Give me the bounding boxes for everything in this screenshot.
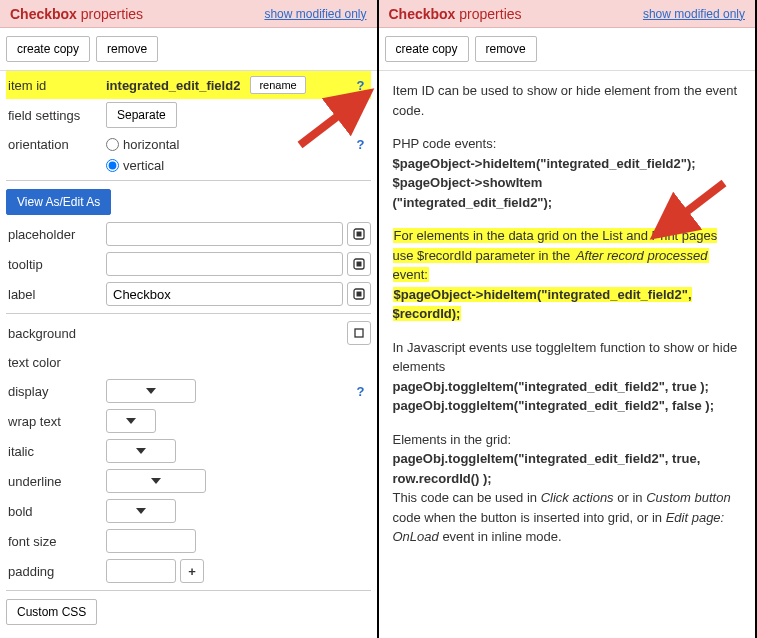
button-row: create copy remove bbox=[0, 28, 377, 71]
orientation-label: orientation bbox=[6, 137, 106, 152]
remove-button[interactable]: remove bbox=[96, 36, 158, 62]
svg-rect-1 bbox=[356, 232, 361, 237]
label-row: label bbox=[6, 279, 371, 309]
placeholder-label: placeholder bbox=[6, 227, 106, 242]
underline-dropdown[interactable] bbox=[106, 469, 206, 493]
padding-row: padding + bbox=[6, 556, 371, 586]
bold-label: bold bbox=[6, 504, 106, 519]
font-size-row: font size bbox=[6, 526, 371, 556]
label-field-label: label bbox=[6, 287, 106, 302]
placeholder-input[interactable] bbox=[106, 222, 343, 246]
doc-body: Item ID can be used to show or hide elem… bbox=[379, 71, 756, 571]
divider bbox=[6, 590, 371, 591]
field-settings-label: field settings bbox=[6, 108, 106, 123]
create-copy-button[interactable]: create copy bbox=[6, 36, 90, 62]
remove-button[interactable]: remove bbox=[475, 36, 537, 62]
doc-js: In Javascript events use toggleItem func… bbox=[393, 338, 742, 416]
multilang-icon[interactable] bbox=[347, 252, 371, 276]
display-row: display ? bbox=[6, 376, 371, 406]
form-body: item id integrated_edit_field2 rename ? … bbox=[0, 71, 377, 638]
view-as-edit-as-button[interactable]: View As/Edit As bbox=[6, 189, 111, 215]
help-icon[interactable]: ? bbox=[351, 384, 371, 399]
italic-dropdown[interactable] bbox=[106, 439, 176, 463]
display-dropdown[interactable] bbox=[106, 379, 196, 403]
text-color-label: text color bbox=[6, 355, 106, 370]
panel-title: Checkbox properties bbox=[10, 6, 143, 22]
wrap-text-label: wrap text bbox=[6, 414, 106, 429]
show-modified-link[interactable]: show modified only bbox=[264, 7, 366, 21]
panel-header: Checkbox properties show modified only bbox=[379, 0, 756, 28]
show-modified-link[interactable]: show modified only bbox=[643, 7, 745, 21]
multilang-icon[interactable] bbox=[347, 282, 371, 306]
doc-php: PHP code events: $pageObject->hideItem("… bbox=[393, 134, 742, 212]
underline-label: underline bbox=[6, 474, 106, 489]
padding-input[interactable] bbox=[106, 559, 176, 583]
bold-row: bold bbox=[6, 496, 371, 526]
radio-horizontal-label: horizontal bbox=[123, 137, 179, 152]
radio-vertical[interactable] bbox=[106, 159, 119, 172]
font-size-label: font size bbox=[6, 534, 106, 549]
create-copy-button[interactable]: create copy bbox=[385, 36, 469, 62]
right-panel: Checkbox properties show modified only c… bbox=[379, 0, 758, 638]
italic-label: italic bbox=[6, 444, 106, 459]
svg-rect-5 bbox=[356, 292, 361, 297]
button-row: create copy remove bbox=[379, 28, 756, 71]
left-panel: Checkbox properties show modified only c… bbox=[0, 0, 379, 638]
doc-grid-hl: For elements in the data grid on the Lis… bbox=[393, 226, 742, 324]
orientation-row: orientation horizontal vertical ? bbox=[6, 131, 371, 176]
divider bbox=[6, 180, 371, 181]
radio-vertical-label: vertical bbox=[123, 158, 164, 173]
orientation-horizontal[interactable]: horizontal bbox=[106, 137, 179, 152]
radio-horizontal[interactable] bbox=[106, 138, 119, 151]
help-icon[interactable]: ? bbox=[351, 137, 371, 152]
doc-p1: Item ID can be used to show or hide elem… bbox=[393, 81, 742, 120]
tooltip-label: tooltip bbox=[6, 257, 106, 272]
custom-css-button[interactable]: Custom CSS bbox=[6, 599, 97, 625]
placeholder-row: placeholder bbox=[6, 219, 371, 249]
color-picker-icon[interactable] bbox=[347, 321, 371, 345]
label-input[interactable] bbox=[106, 282, 343, 306]
divider bbox=[6, 313, 371, 314]
background-label: background bbox=[6, 326, 106, 341]
padding-label: padding bbox=[6, 564, 106, 579]
orientation-vertical[interactable]: vertical bbox=[106, 158, 164, 173]
display-label: display bbox=[6, 384, 106, 399]
background-row: background bbox=[6, 318, 371, 348]
bold-dropdown[interactable] bbox=[106, 499, 176, 523]
wrap-text-dropdown[interactable] bbox=[106, 409, 156, 433]
panel-title: Checkbox properties bbox=[389, 6, 522, 22]
help-icon[interactable]: ? bbox=[351, 78, 371, 93]
multilang-icon[interactable] bbox=[347, 222, 371, 246]
doc-js-grid: Elements in the grid: pageObj.toggleItem… bbox=[393, 430, 742, 547]
separate-button[interactable]: Separate bbox=[106, 102, 177, 128]
rename-button[interactable]: rename bbox=[250, 76, 305, 94]
italic-row: italic bbox=[6, 436, 371, 466]
item-id-label: item id bbox=[6, 78, 106, 93]
font-size-input[interactable] bbox=[106, 529, 196, 553]
item-id-row: item id integrated_edit_field2 rename ? bbox=[6, 71, 371, 99]
plus-icon[interactable]: + bbox=[180, 559, 204, 583]
tooltip-row: tooltip bbox=[6, 249, 371, 279]
field-settings-row: field settings Separate bbox=[6, 99, 371, 131]
item-id-value: integrated_edit_field2 bbox=[106, 78, 240, 93]
svg-rect-6 bbox=[355, 329, 363, 337]
tooltip-input[interactable] bbox=[106, 252, 343, 276]
underline-row: underline bbox=[6, 466, 371, 496]
wrap-text-row: wrap text bbox=[6, 406, 371, 436]
panel-header: Checkbox properties show modified only bbox=[0, 0, 377, 28]
text-color-row: text color bbox=[6, 348, 371, 376]
svg-rect-3 bbox=[356, 262, 361, 267]
